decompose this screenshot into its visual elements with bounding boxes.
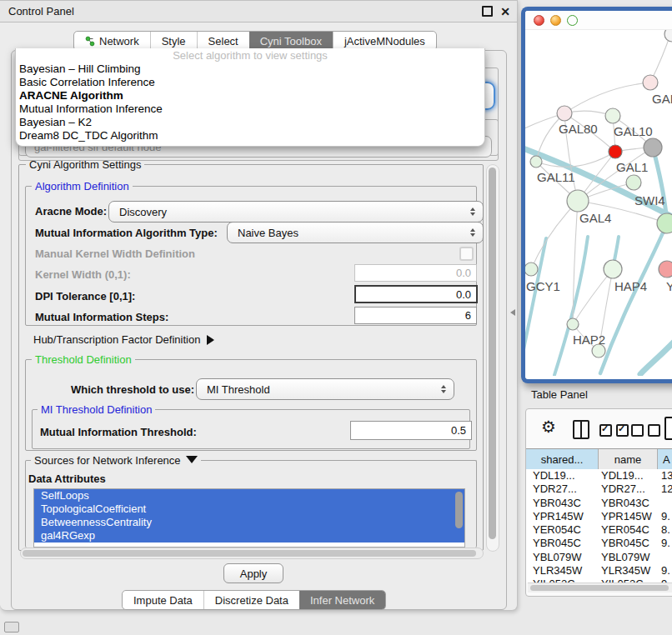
splitter-collapse-icon[interactable] — [510, 309, 515, 316]
table-row[interactable]: YDR27...YDR27...12 — [526, 482, 672, 496]
tab-cyni-toolbox[interactable]: Cyni Toolbox — [249, 32, 333, 50]
network-node-gal10[interactable] — [605, 108, 620, 123]
network-node-gal-pink[interactable] — [643, 75, 658, 90]
dropdown-item[interactable]: Mutual Information Inference — [16, 102, 484, 116]
network-node-hap4[interactable] — [604, 260, 622, 278]
network-node-green[interactable] — [657, 213, 672, 233]
scrollbar-thumb[interactable] — [530, 585, 669, 591]
cell: YBR045C — [526, 537, 598, 550]
attribute-item-selected[interactable]: TopologicalCoefficient — [34, 502, 464, 516]
tab-jactivemnodules[interactable]: jActiveMNodules — [333, 32, 436, 50]
tab-network[interactable]: Network — [74, 32, 150, 50]
network-icon — [85, 36, 95, 47]
list-scrollbar-thumb[interactable] — [455, 492, 463, 528]
column-header-partial[interactable]: A — [658, 449, 672, 469]
float-window-icon[interactable] — [482, 6, 493, 17]
network-node-gray[interactable] — [644, 138, 662, 157]
table-row[interactable]: YBL079WYBL079W — [526, 551, 672, 564]
network-canvas[interactable]: GAL GAL80 GAL10 GAL1 GAL11 SWI4 GAL4 GCY… — [525, 30, 672, 376]
table-row[interactable]: YBR043CYBR043C — [526, 497, 672, 510]
tab-label: Style — [162, 35, 186, 48]
table-rows[interactable]: YDL19...YDL19...13 YDR27...YDR27...12 YB… — [526, 469, 672, 582]
table-row[interactable]: YPR145WYPR145W9. — [526, 510, 672, 523]
which-threshold-combo[interactable]: MI Threshold — [196, 378, 454, 400]
data-attributes-label: Data Attributes — [28, 472, 106, 485]
network-node-gal1[interactable] — [626, 175, 641, 190]
cell: 9. — [656, 537, 672, 550]
mac-close-icon[interactable] — [534, 15, 544, 26]
dpi-tolerance-field[interactable]: 0.0 — [354, 285, 478, 303]
tab-style[interactable]: Style — [150, 32, 197, 50]
dropdown-item-selected[interactable]: ARACNE Algorithm — [16, 89, 484, 102]
tab-discretize-data[interactable]: Discretize Data — [203, 591, 299, 609]
attribute-item-selected[interactable]: BetweennessCentrality — [34, 516, 464, 529]
node-label: GAL1 — [616, 160, 648, 174]
export-table-icon[interactable] — [664, 417, 672, 440]
show-checked-columns-icon[interactable] — [599, 424, 629, 437]
application-root: Control Panel ✕ Network Style — [0, 0, 672, 635]
table-row[interactable]: YDL19...YDL19...13 — [526, 469, 672, 482]
scrollbar-thumb[interactable] — [489, 168, 496, 539]
hub-definition-label: Hub/Transcription Factor Definition — [33, 333, 200, 346]
hide-columns-icon[interactable] — [631, 424, 660, 437]
network-node-hap2[interactable] — [567, 318, 579, 330]
network-node-pink[interactable] — [659, 261, 672, 278]
network-node-gal11[interactable] — [530, 156, 542, 168]
network-node-gcy1[interactable] — [525, 262, 538, 276]
checked-checkbox-icon — [599, 424, 612, 437]
close-icon[interactable]: ✕ — [500, 8, 510, 16]
table-header-row: shared... name A — [526, 448, 672, 470]
node-label: GAL — [652, 92, 672, 106]
aracne-mode-value: Discovery — [119, 206, 167, 218]
scrollbar-thumb[interactable] — [23, 550, 476, 557]
mi-threshold-field[interactable]: 0.5 — [350, 421, 472, 440]
attribute-item-selected[interactable]: gal4RGexp — [34, 529, 464, 542]
gear-icon[interactable]: ⚙ — [541, 418, 556, 435]
mac-minimize-icon[interactable] — [550, 15, 561, 26]
aracne-mode-combo[interactable]: Discovery — [108, 201, 484, 222]
tab-infer-network[interactable]: Infer Network — [299, 591, 385, 609]
kernel-width-field[interactable]: 0.0 — [354, 264, 477, 282]
column-header-shared-name[interactable]: shared... — [526, 449, 599, 469]
group-title: MI Threshold Definition — [38, 403, 155, 416]
minimized-panel-icon[interactable] — [4, 622, 19, 632]
mi-threshold-value: 0.5 — [451, 424, 466, 437]
settings-horizontal-scrollbar[interactable] — [20, 548, 484, 559]
data-attributes-list[interactable]: SelfLoops TopologicalCoefficient Between… — [33, 488, 465, 548]
tab-impute-data[interactable]: Impute Data — [123, 591, 203, 609]
cell: YBR043C — [598, 497, 656, 510]
tab-select[interactable]: Select — [197, 32, 249, 50]
table-row[interactable]: YLR345WYLR345W9. — [526, 564, 672, 578]
columns-icon[interactable] — [573, 420, 589, 439]
sources-title-label: Sources for Network Inference — [34, 454, 181, 467]
attribute-item-selected[interactable]: SelfLoops — [34, 489, 464, 502]
apply-button[interactable]: Apply — [223, 563, 283, 583]
cell: YBL079W — [526, 551, 598, 564]
network-view-window: GAL GAL80 GAL10 GAL1 GAL11 SWI4 GAL4 GCY… — [521, 7, 672, 383]
hub-definition-expander[interactable]: Hub/Transcription Factor Definition — [33, 333, 214, 346]
cell: 12 — [656, 482, 672, 496]
dropdown-item[interactable]: Bayesian – Hill Climbing — [16, 62, 484, 76]
network-node-gal4[interactable] — [567, 190, 589, 212]
network-node-gal80[interactable] — [557, 106, 572, 121]
network-node-red[interactable] — [609, 145, 622, 158]
table-row[interactable]: YER054CYER054C8. — [526, 523, 672, 537]
table-row[interactable]: YBR045CYBR045C9. — [526, 537, 672, 550]
settings-vertical-scrollbar[interactable] — [486, 164, 499, 552]
control-panel-title: Control Panel — [8, 5, 74, 18]
node-label: HAP2 — [573, 332, 605, 347]
sources-group-title[interactable]: Sources for Network Inference — [31, 454, 201, 467]
dropdown-item[interactable]: Bayesian – K2 — [16, 116, 484, 129]
tab-label: Cyni Toolbox — [260, 35, 322, 48]
mi-steps-field[interactable]: 6 — [354, 307, 477, 324]
cell: YBR045C — [598, 537, 656, 550]
dropdown-item[interactable]: Dream8 DC_TDC Algorithm — [16, 129, 484, 142]
mi-type-combo[interactable]: Naive Bayes — [227, 222, 484, 243]
node-label: GAL11 — [537, 170, 575, 184]
column-header-name[interactable]: name — [599, 449, 658, 469]
table-horizontal-scrollbar[interactable] — [528, 582, 672, 592]
manual-kernel-checkbox[interactable] — [459, 247, 474, 261]
dropdown-item[interactable]: Basic Correlation Inference — [16, 76, 484, 89]
mac-zoom-icon[interactable] — [567, 15, 578, 26]
network-node[interactable] — [664, 30, 672, 42]
